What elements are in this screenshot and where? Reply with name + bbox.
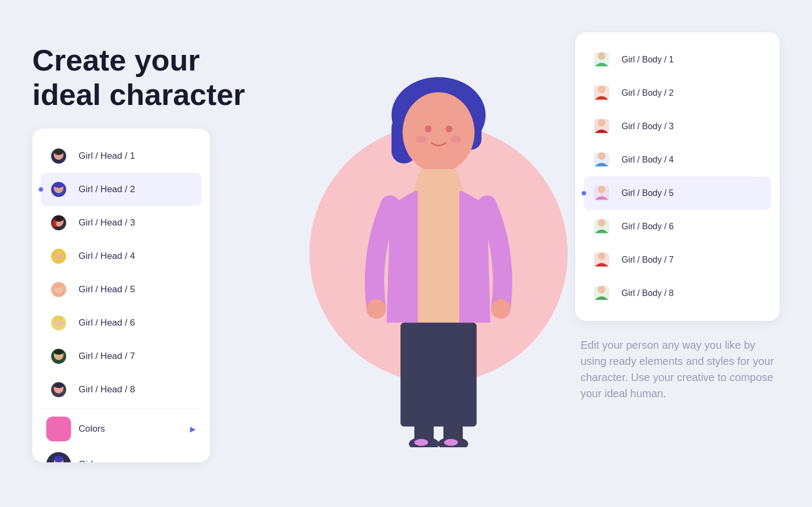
svg-point-9 xyxy=(52,220,57,228)
head-item-1[interactable]: Girl / Head / 1 xyxy=(41,139,201,173)
head-item-7-label: Girl / Head / 7 xyxy=(79,351,135,362)
divider xyxy=(41,409,201,409)
svg-point-44 xyxy=(444,439,458,446)
svg-point-34 xyxy=(415,136,427,143)
svg-point-56 xyxy=(598,219,605,227)
body-item-1-label: Girl / Body / 1 xyxy=(622,55,674,65)
head-item-5-label: Girl / Head / 5 xyxy=(79,284,135,295)
svg-point-46 xyxy=(598,52,605,60)
svg-point-18 xyxy=(54,316,63,321)
svg-point-33 xyxy=(445,125,452,132)
head-item-4-label: Girl / Head / 4 xyxy=(79,251,135,262)
left-section: Create your ideal character Girl / Head … xyxy=(32,22,301,462)
head-item-2-label: Girl / Head / 2 xyxy=(79,184,135,195)
body-item-5-avatar xyxy=(589,181,614,206)
page: Create your ideal character Girl / Head … xyxy=(0,0,812,507)
body-items-list: Girl / Body / 1Girl / Body / 2Girl / Bod… xyxy=(584,43,771,310)
head-item-7[interactable]: Girl / Head / 7 xyxy=(41,340,201,373)
colors-swatch xyxy=(46,417,71,441)
body-item-4-avatar xyxy=(589,147,614,172)
head-item-3[interactable]: Girl / Head / 3 xyxy=(41,206,201,240)
body-item-4-label: Girl / Body / 4 xyxy=(622,155,674,165)
svg-point-52 xyxy=(598,152,605,160)
right-panel: Girl / Body / 1Girl / Body / 2Girl / Bod… xyxy=(575,32,780,321)
svg-point-31 xyxy=(403,92,475,172)
head-item-6-avatar xyxy=(46,311,71,335)
head-item-2[interactable]: Girl / Head / 2 xyxy=(41,173,201,206)
body-item-2-label: Girl / Body / 2 xyxy=(622,88,674,98)
svg-point-43 xyxy=(414,439,428,446)
colors-item[interactable]: Colors ▶ xyxy=(41,411,201,447)
body-item-1-avatar xyxy=(589,47,614,72)
svg-point-32 xyxy=(425,125,432,132)
body-item-2[interactable]: Girl / Body / 2 xyxy=(584,76,771,110)
girl-label: Girl xyxy=(79,459,93,462)
body-item-8[interactable]: Girl / Body / 8 xyxy=(584,277,771,310)
character-illustration xyxy=(336,60,541,447)
head-item-3-avatar xyxy=(46,210,71,235)
description-text: Edit your person any way you like by usi… xyxy=(575,332,780,407)
svg-point-15 xyxy=(54,283,63,288)
head-item-2-avatar xyxy=(46,177,71,202)
colors-chevron-icon: ▶ xyxy=(190,425,196,433)
svg-point-2 xyxy=(54,149,63,155)
svg-point-50 xyxy=(598,119,605,126)
svg-point-35 xyxy=(450,136,461,143)
head-item-4[interactable]: Girl / Head / 4 xyxy=(41,240,201,273)
body-item-4[interactable]: Girl / Body / 4 xyxy=(584,143,771,177)
head-item-1-label: Girl / Head / 1 xyxy=(79,151,135,161)
svg-point-58 xyxy=(598,252,605,260)
svg-point-60 xyxy=(598,286,605,293)
head-item-6-label: Girl / Head / 6 xyxy=(79,318,135,328)
body-item-3-avatar xyxy=(589,114,614,139)
body-item-3-label: Girl / Body / 3 xyxy=(622,122,674,131)
head-item-3-label: Girl / Head / 3 xyxy=(79,217,135,228)
center-section xyxy=(301,22,575,485)
svg-point-54 xyxy=(598,186,605,193)
body-item-2-avatar xyxy=(589,81,614,105)
body-item-7[interactable]: Girl / Body / 7 xyxy=(584,243,771,277)
body-item-7-avatar xyxy=(589,248,614,272)
left-panel: Girl / Head / 1Girl / Head / 2Girl / Hea… xyxy=(32,129,210,462)
head-item-4-avatar xyxy=(46,244,71,269)
colors-label: Colors xyxy=(79,424,182,434)
body-item-5-label: Girl / Body / 5 xyxy=(622,188,674,198)
svg-point-37 xyxy=(366,299,386,319)
head-item-2-dot xyxy=(39,187,43,192)
body-item-7-label: Girl / Body / 7 xyxy=(622,255,674,265)
body-item-6-label: Girl / Body / 6 xyxy=(622,222,674,231)
head-item-8-label: Girl / Head / 8 xyxy=(79,384,135,395)
svg-rect-36 xyxy=(400,323,476,427)
svg-point-21 xyxy=(54,349,63,355)
body-item-6-avatar xyxy=(589,214,614,239)
head-item-5[interactable]: Girl / Head / 5 xyxy=(41,273,201,306)
svg-point-5 xyxy=(54,182,63,188)
head-items-list: Girl / Head / 1Girl / Head / 2Girl / Hea… xyxy=(41,139,201,406)
body-item-8-avatar xyxy=(589,281,614,306)
girl-avatar xyxy=(46,452,71,462)
svg-point-24 xyxy=(54,383,63,388)
head-item-8[interactable]: Girl / Head / 8 xyxy=(41,373,201,406)
body-item-5[interactable]: Girl / Body / 5 xyxy=(584,177,771,210)
girl-item[interactable]: Girl ▶ xyxy=(41,447,201,462)
body-item-1[interactable]: Girl / Body / 1 xyxy=(584,43,771,76)
girl-chevron-icon: ▶ xyxy=(100,460,106,462)
head-item-8-avatar xyxy=(46,377,71,402)
head-item-1-avatar xyxy=(46,144,71,168)
head-item-5-avatar xyxy=(46,277,71,302)
right-section: Girl / Body / 1Girl / Body / 2Girl / Bod… xyxy=(575,22,780,407)
svg-point-26 xyxy=(54,456,63,462)
page-title: Create your ideal character xyxy=(32,43,301,112)
body-item-5-dot xyxy=(582,191,586,195)
body-item-6[interactable]: Girl / Body / 6 xyxy=(584,210,771,243)
body-item-3[interactable]: Girl / Body / 3 xyxy=(584,110,771,143)
head-item-7-avatar xyxy=(46,344,71,369)
svg-point-38 xyxy=(491,299,510,319)
svg-point-12 xyxy=(54,249,63,255)
svg-point-48 xyxy=(598,86,605,93)
head-item-6[interactable]: Girl / Head / 6 xyxy=(41,306,201,340)
body-item-8-label: Girl / Body / 8 xyxy=(622,288,674,298)
